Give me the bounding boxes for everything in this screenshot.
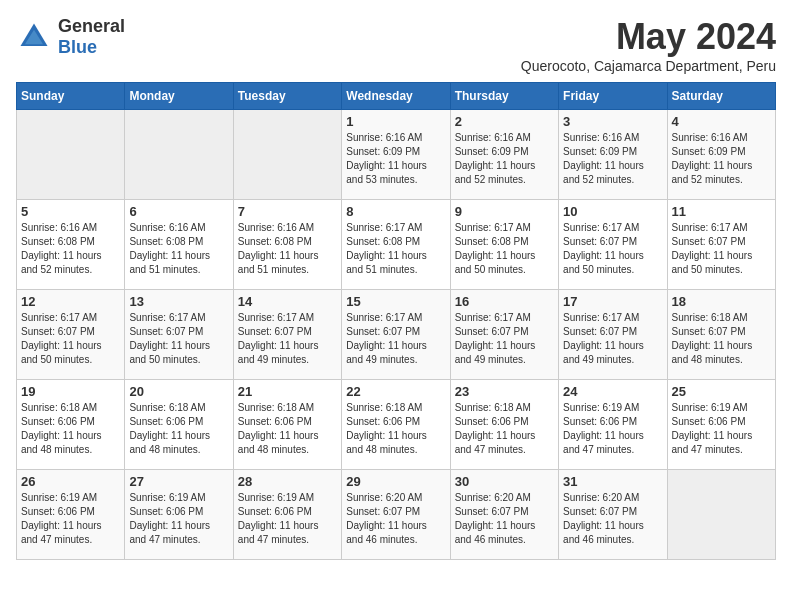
calendar-cell: 29Sunrise: 6:20 AM Sunset: 6:07 PM Dayli… bbox=[342, 470, 450, 560]
calendar-cell: 20Sunrise: 6:18 AM Sunset: 6:06 PM Dayli… bbox=[125, 380, 233, 470]
day-number: 3 bbox=[563, 114, 662, 129]
day-info: Sunrise: 6:18 AM Sunset: 6:06 PM Dayligh… bbox=[238, 401, 337, 457]
calendar-cell bbox=[667, 470, 775, 560]
day-info: Sunrise: 6:16 AM Sunset: 6:09 PM Dayligh… bbox=[563, 131, 662, 187]
day-number: 22 bbox=[346, 384, 445, 399]
calendar-cell: 24Sunrise: 6:19 AM Sunset: 6:06 PM Dayli… bbox=[559, 380, 667, 470]
calendar-cell: 27Sunrise: 6:19 AM Sunset: 6:06 PM Dayli… bbox=[125, 470, 233, 560]
calendar-table: SundayMondayTuesdayWednesdayThursdayFrid… bbox=[16, 82, 776, 560]
calendar-cell: 26Sunrise: 6:19 AM Sunset: 6:06 PM Dayli… bbox=[17, 470, 125, 560]
day-number: 17 bbox=[563, 294, 662, 309]
calendar-week-1: 1Sunrise: 6:16 AM Sunset: 6:09 PM Daylig… bbox=[17, 110, 776, 200]
day-info: Sunrise: 6:17 AM Sunset: 6:07 PM Dayligh… bbox=[21, 311, 120, 367]
day-number: 9 bbox=[455, 204, 554, 219]
day-number: 18 bbox=[672, 294, 771, 309]
calendar-body: 1Sunrise: 6:16 AM Sunset: 6:09 PM Daylig… bbox=[17, 110, 776, 560]
calendar-cell: 17Sunrise: 6:17 AM Sunset: 6:07 PM Dayli… bbox=[559, 290, 667, 380]
day-header-sunday: Sunday bbox=[17, 83, 125, 110]
calendar-cell: 15Sunrise: 6:17 AM Sunset: 6:07 PM Dayli… bbox=[342, 290, 450, 380]
calendar-week-2: 5Sunrise: 6:16 AM Sunset: 6:08 PM Daylig… bbox=[17, 200, 776, 290]
logo-icon bbox=[16, 19, 52, 55]
day-number: 1 bbox=[346, 114, 445, 129]
calendar-cell: 28Sunrise: 6:19 AM Sunset: 6:06 PM Dayli… bbox=[233, 470, 341, 560]
calendar-cell: 16Sunrise: 6:17 AM Sunset: 6:07 PM Dayli… bbox=[450, 290, 558, 380]
day-header-tuesday: Tuesday bbox=[233, 83, 341, 110]
day-number: 19 bbox=[21, 384, 120, 399]
logo: General Blue bbox=[16, 16, 125, 58]
calendar-cell bbox=[233, 110, 341, 200]
day-info: Sunrise: 6:17 AM Sunset: 6:07 PM Dayligh… bbox=[238, 311, 337, 367]
title-section: May 2024 Querocoto, Cajamarca Department… bbox=[521, 16, 776, 74]
day-info: Sunrise: 6:19 AM Sunset: 6:06 PM Dayligh… bbox=[672, 401, 771, 457]
day-info: Sunrise: 6:16 AM Sunset: 6:08 PM Dayligh… bbox=[238, 221, 337, 277]
day-number: 21 bbox=[238, 384, 337, 399]
day-info: Sunrise: 6:16 AM Sunset: 6:08 PM Dayligh… bbox=[21, 221, 120, 277]
day-info: Sunrise: 6:19 AM Sunset: 6:06 PM Dayligh… bbox=[238, 491, 337, 547]
day-header-wednesday: Wednesday bbox=[342, 83, 450, 110]
day-number: 23 bbox=[455, 384, 554, 399]
calendar-week-3: 12Sunrise: 6:17 AM Sunset: 6:07 PM Dayli… bbox=[17, 290, 776, 380]
calendar-cell: 5Sunrise: 6:16 AM Sunset: 6:08 PM Daylig… bbox=[17, 200, 125, 290]
day-header-friday: Friday bbox=[559, 83, 667, 110]
calendar-cell bbox=[17, 110, 125, 200]
day-number: 6 bbox=[129, 204, 228, 219]
day-header-saturday: Saturday bbox=[667, 83, 775, 110]
day-number: 2 bbox=[455, 114, 554, 129]
logo-general-text: General bbox=[58, 16, 125, 37]
day-number: 11 bbox=[672, 204, 771, 219]
logo-text: General Blue bbox=[58, 16, 125, 58]
day-info: Sunrise: 6:20 AM Sunset: 6:07 PM Dayligh… bbox=[455, 491, 554, 547]
day-number: 13 bbox=[129, 294, 228, 309]
calendar-cell: 12Sunrise: 6:17 AM Sunset: 6:07 PM Dayli… bbox=[17, 290, 125, 380]
day-header-thursday: Thursday bbox=[450, 83, 558, 110]
day-number: 10 bbox=[563, 204, 662, 219]
calendar-cell: 8Sunrise: 6:17 AM Sunset: 6:08 PM Daylig… bbox=[342, 200, 450, 290]
calendar-cell: 4Sunrise: 6:16 AM Sunset: 6:09 PM Daylig… bbox=[667, 110, 775, 200]
calendar-cell: 13Sunrise: 6:17 AM Sunset: 6:07 PM Dayli… bbox=[125, 290, 233, 380]
day-number: 29 bbox=[346, 474, 445, 489]
location-text: Querocoto, Cajamarca Department, Peru bbox=[521, 58, 776, 74]
calendar-cell: 21Sunrise: 6:18 AM Sunset: 6:06 PM Dayli… bbox=[233, 380, 341, 470]
day-number: 28 bbox=[238, 474, 337, 489]
day-number: 15 bbox=[346, 294, 445, 309]
calendar-week-5: 26Sunrise: 6:19 AM Sunset: 6:06 PM Dayli… bbox=[17, 470, 776, 560]
day-info: Sunrise: 6:17 AM Sunset: 6:07 PM Dayligh… bbox=[563, 221, 662, 277]
day-number: 8 bbox=[346, 204, 445, 219]
calendar-cell: 10Sunrise: 6:17 AM Sunset: 6:07 PM Dayli… bbox=[559, 200, 667, 290]
calendar-cell: 18Sunrise: 6:18 AM Sunset: 6:07 PM Dayli… bbox=[667, 290, 775, 380]
day-number: 5 bbox=[21, 204, 120, 219]
calendar-week-4: 19Sunrise: 6:18 AM Sunset: 6:06 PM Dayli… bbox=[17, 380, 776, 470]
day-number: 4 bbox=[672, 114, 771, 129]
day-info: Sunrise: 6:17 AM Sunset: 6:07 PM Dayligh… bbox=[563, 311, 662, 367]
day-number: 27 bbox=[129, 474, 228, 489]
day-info: Sunrise: 6:19 AM Sunset: 6:06 PM Dayligh… bbox=[21, 491, 120, 547]
calendar-cell: 7Sunrise: 6:16 AM Sunset: 6:08 PM Daylig… bbox=[233, 200, 341, 290]
calendar-cell: 14Sunrise: 6:17 AM Sunset: 6:07 PM Dayli… bbox=[233, 290, 341, 380]
day-number: 16 bbox=[455, 294, 554, 309]
logo-blue-text: Blue bbox=[58, 37, 125, 58]
calendar-cell: 11Sunrise: 6:17 AM Sunset: 6:07 PM Dayli… bbox=[667, 200, 775, 290]
day-info: Sunrise: 6:16 AM Sunset: 6:09 PM Dayligh… bbox=[672, 131, 771, 187]
calendar-cell: 1Sunrise: 6:16 AM Sunset: 6:09 PM Daylig… bbox=[342, 110, 450, 200]
month-title: May 2024 bbox=[521, 16, 776, 58]
day-info: Sunrise: 6:17 AM Sunset: 6:07 PM Dayligh… bbox=[672, 221, 771, 277]
day-number: 14 bbox=[238, 294, 337, 309]
day-info: Sunrise: 6:18 AM Sunset: 6:06 PM Dayligh… bbox=[21, 401, 120, 457]
day-header-monday: Monday bbox=[125, 83, 233, 110]
day-info: Sunrise: 6:18 AM Sunset: 6:06 PM Dayligh… bbox=[455, 401, 554, 457]
day-info: Sunrise: 6:16 AM Sunset: 6:08 PM Dayligh… bbox=[129, 221, 228, 277]
day-info: Sunrise: 6:18 AM Sunset: 6:06 PM Dayligh… bbox=[129, 401, 228, 457]
calendar-cell: 23Sunrise: 6:18 AM Sunset: 6:06 PM Dayli… bbox=[450, 380, 558, 470]
calendar-cell: 2Sunrise: 6:16 AM Sunset: 6:09 PM Daylig… bbox=[450, 110, 558, 200]
calendar-cell: 3Sunrise: 6:16 AM Sunset: 6:09 PM Daylig… bbox=[559, 110, 667, 200]
day-number: 25 bbox=[672, 384, 771, 399]
calendar-cell: 9Sunrise: 6:17 AM Sunset: 6:08 PM Daylig… bbox=[450, 200, 558, 290]
day-info: Sunrise: 6:18 AM Sunset: 6:07 PM Dayligh… bbox=[672, 311, 771, 367]
day-number: 20 bbox=[129, 384, 228, 399]
day-info: Sunrise: 6:20 AM Sunset: 6:07 PM Dayligh… bbox=[563, 491, 662, 547]
day-info: Sunrise: 6:17 AM Sunset: 6:08 PM Dayligh… bbox=[346, 221, 445, 277]
calendar-cell: 30Sunrise: 6:20 AM Sunset: 6:07 PM Dayli… bbox=[450, 470, 558, 560]
day-number: 12 bbox=[21, 294, 120, 309]
day-info: Sunrise: 6:20 AM Sunset: 6:07 PM Dayligh… bbox=[346, 491, 445, 547]
day-info: Sunrise: 6:16 AM Sunset: 6:09 PM Dayligh… bbox=[455, 131, 554, 187]
